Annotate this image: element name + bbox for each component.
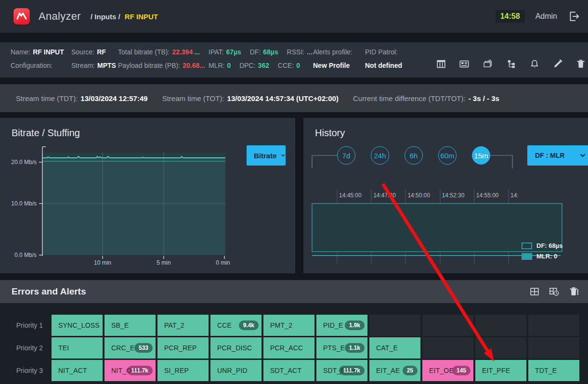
error-tile-crc_e[interactable]: CRC_E533 xyxy=(105,337,156,358)
error-tile-pid_e[interactable]: PID_E1.9k xyxy=(316,315,367,336)
df-legend-swatch xyxy=(522,243,532,249)
history-panel: History 7d24h6h60m15m 14:45:0014:47:3014… xyxy=(303,118,588,273)
clock-badge: 14:58 xyxy=(496,10,525,23)
input-actions xyxy=(436,59,586,69)
pid-patrol-value[interactable]: Not defined xyxy=(365,62,402,69)
error-tile-empty xyxy=(475,337,526,358)
errors-title: Errors and Alerts xyxy=(12,286,86,297)
bitrate-mode-dropdown[interactable]: Bitrate xyxy=(247,145,286,166)
error-tile-nit_act[interactable]: NIT_ACT xyxy=(52,360,103,381)
stream-field: Stream:MPTS xyxy=(71,62,116,69)
error-tile-label: PCR_REP xyxy=(164,344,197,352)
error-tile-sdt_oth[interactable]: SDT_OTH111.7k xyxy=(316,360,367,381)
error-tile-label: CRC_E xyxy=(111,344,134,352)
chevron-down-icon xyxy=(579,152,587,159)
clear-errors-icon[interactable] xyxy=(569,286,579,297)
error-tile-label: PMT_2 xyxy=(270,321,292,329)
error-tile-empty xyxy=(369,315,420,336)
error-count-badge: 9.4k xyxy=(239,320,259,330)
error-tile-tei[interactable]: TEI xyxy=(52,337,103,358)
error-count-badge: 145 xyxy=(452,366,470,375)
error-tile-label: TDT_E xyxy=(535,367,557,374)
alerts-profile-label: Alerts profile: xyxy=(313,48,353,56)
error-tile-label: SI_REP xyxy=(164,367,189,374)
error-tile-si_rep[interactable]: SI_REP xyxy=(157,360,209,381)
error-tile-eit_pfe[interactable]: EIT_PFE xyxy=(475,360,526,381)
program-info-icon[interactable] xyxy=(459,59,470,69)
error-count-badge: 1.9k xyxy=(345,320,365,330)
error-tile-label: PAT_2 xyxy=(164,321,184,329)
user-name[interactable]: Admin xyxy=(536,12,557,21)
error-tile-eit_ae[interactable]: EIT_AE25 xyxy=(369,360,420,381)
configuration-field: Configuration: xyxy=(11,62,55,69)
breadcrumb: / Inputs / RF INPUT xyxy=(91,13,158,21)
error-tile-cce[interactable]: CCE9.4k xyxy=(210,315,261,336)
error-tile-eit_oe[interactable]: EIT_OE145 xyxy=(422,360,473,381)
pid-tree-icon[interactable] xyxy=(506,59,517,69)
stream-time-bar: Stream time (TDT):13/03/2024 12:57:49 St… xyxy=(0,84,588,112)
error-tile-empty xyxy=(422,315,473,336)
error-tile-pcr_acc[interactable]: PCR_ACC xyxy=(263,337,314,358)
error-tile-empty xyxy=(528,337,579,358)
range-button-60m[interactable]: 60m xyxy=(438,146,457,165)
priority-label: Priority 3 xyxy=(0,360,43,381)
app-logo[interactable] xyxy=(13,8,30,25)
error-tile-pts_e[interactable]: PTS_E1.1k xyxy=(316,337,367,358)
legend-item-mlr: MLR: 0 xyxy=(522,253,562,260)
error-tile-label: EIT_PFE xyxy=(482,367,510,374)
alerts-bell-icon[interactable] xyxy=(529,59,540,69)
error-tile-label: EIT_AE xyxy=(376,367,400,374)
y-tick-0: 0.0 Mb/s xyxy=(0,252,37,258)
error-tile-sdt_act[interactable]: SDT_ACT xyxy=(263,360,314,381)
error-tile-pat_2[interactable]: PAT_2 xyxy=(157,315,209,336)
error-tile-tdt_e[interactable]: TDT_E xyxy=(528,360,579,381)
time-tick-label: 14:47:30 xyxy=(373,192,396,199)
breadcrumb-path[interactable]: / Inputs / xyxy=(91,13,120,21)
errors-header: Errors and Alerts xyxy=(0,280,588,303)
error-count-badge: 111.7k xyxy=(127,366,153,375)
range-button-6h[interactable]: 6h xyxy=(405,146,423,165)
payload-bitrate-field: Payload bitrate (PB):20.68... xyxy=(118,62,205,69)
error-tile-pcr_disc[interactable]: PCR_DISC xyxy=(210,337,261,358)
error-count-badge: 25 xyxy=(403,366,418,375)
alerts-profile-value[interactable]: New Profile xyxy=(313,62,350,69)
history-metric-dropdown[interactable]: DF : MLR xyxy=(527,145,588,166)
error-count-badge: 111.7k xyxy=(339,366,365,375)
time-difference: Current time difference (TDT/TOT):- 3s /… xyxy=(353,94,499,102)
app-title: Analyzer xyxy=(39,10,81,23)
history-table-icon[interactable] xyxy=(549,286,560,297)
breadcrumb-current: RF INPUT xyxy=(125,13,158,21)
error-tile-label: SDT_ACT xyxy=(270,367,301,374)
stream-time-tot: Stream time (TOT):13/03/2024 14:57:34 (U… xyxy=(162,94,339,102)
errors-row: Priority 2TEICRC_E533PCR_REPPCR_DISCPCR_… xyxy=(0,337,579,358)
logo-mountain-icon xyxy=(13,8,30,25)
error-tile-pcr_rep[interactable]: PCR_REP xyxy=(157,337,209,358)
error-count-badge: 533 xyxy=(134,343,153,353)
range-button-7d[interactable]: 7d xyxy=(337,146,355,165)
error-tile-label: CCE xyxy=(217,321,232,329)
range-button-24h[interactable]: 24h xyxy=(371,146,389,165)
chevron-down-icon xyxy=(280,152,286,159)
error-tile-pmt_2[interactable]: PMT_2 xyxy=(263,315,314,336)
error-tile-unr_pid[interactable]: UNR_PID xyxy=(210,360,261,381)
error-tile-nit_oth[interactable]: NIT_OTH111.7k xyxy=(105,360,156,381)
delete-icon[interactable] xyxy=(575,59,586,69)
error-tile-label: PCR_ACC xyxy=(270,344,303,352)
x-tick-10min: 10 min xyxy=(94,259,111,266)
errors-row: Priority 1SYNC_LOSSSB_EPAT_2CCE9.4kPMT_2… xyxy=(0,315,579,336)
error-tile-label: CAT_E xyxy=(376,344,398,352)
error-tile-cat_e[interactable]: CAT_E xyxy=(369,337,420,358)
error-tile-label: PCR_DISC xyxy=(217,344,252,352)
range-button-15m[interactable]: 15m xyxy=(472,146,490,165)
error-tile-sync_loss[interactable]: SYNC_LOSS xyxy=(52,315,103,336)
logout-icon[interactable] xyxy=(568,10,580,23)
table-columns-icon[interactable] xyxy=(436,59,446,69)
error-tile-sb_e[interactable]: SB_E xyxy=(105,315,156,336)
history-range-buttons: 7d24h6h60m15m xyxy=(337,146,490,165)
error-tile-empty xyxy=(422,337,473,358)
tv-mosaic-icon[interactable] xyxy=(482,59,494,69)
bitrate-stuffing-panel: Bitrate / Stuffing 20.0 Mb/s 10.0 Mb/s 0… xyxy=(0,118,295,273)
edit-icon[interactable] xyxy=(552,59,563,69)
errors-alerts-panel: Errors and Alerts Priority 1SYNC_LOSSSB_… xyxy=(0,280,588,384)
table-view-icon[interactable] xyxy=(529,286,540,297)
